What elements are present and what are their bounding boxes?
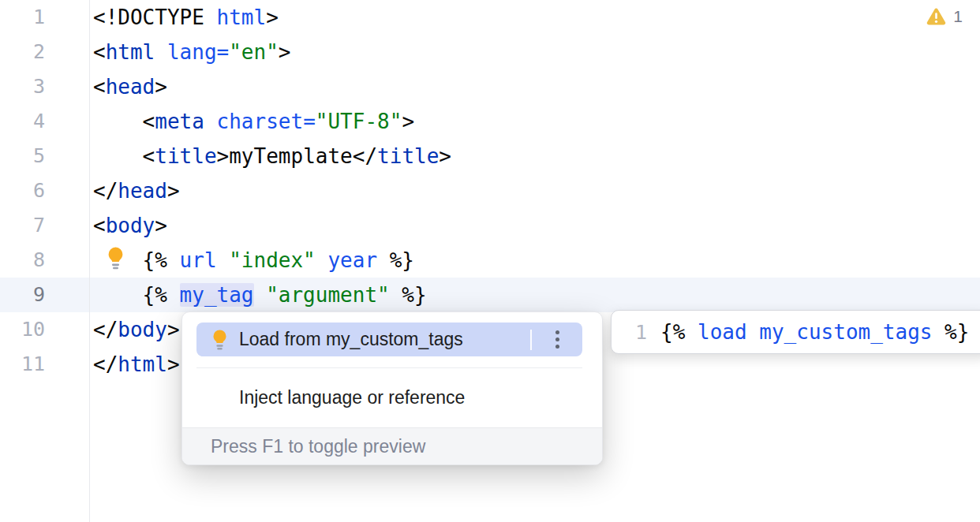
code-segment: load	[698, 320, 747, 344]
more-options-icon[interactable]	[532, 323, 582, 356]
code-line-4[interactable]: 4 <meta charset="UTF-8">	[0, 104, 980, 139]
code-segment: >	[167, 179, 180, 203]
code-segment: </	[93, 318, 118, 341]
line-number: 3	[0, 69, 45, 104]
code-segment: html	[118, 352, 167, 376]
code-segment: "argument"	[266, 283, 390, 307]
warning-count: 1	[953, 7, 963, 26]
code-segment: <	[93, 40, 106, 64]
code-line-9[interactable]: 9 {% my_tag "argument" %}	[0, 278, 980, 312]
code-segment: <!DOCTYPE	[93, 6, 217, 29]
code-segment: title	[377, 144, 439, 168]
line-number: 10	[0, 312, 45, 347]
code-segment: body	[106, 214, 155, 237]
code-segment: </	[93, 179, 118, 203]
code-segment: head	[118, 179, 167, 203]
popup-item-label: Inject language or reference	[239, 387, 465, 408]
code-segment: >	[439, 144, 451, 168]
code-text: <html lang="en">	[93, 35, 291, 69]
code-text: </head>	[93, 173, 180, 208]
code-line-8[interactable]: 8 {% url "index" year %}	[0, 243, 980, 278]
code-segment: >	[167, 352, 180, 376]
line-number: 1	[0, 0, 45, 35]
code-segment: meta	[155, 110, 204, 133]
code-text: {% url "index" year %}	[93, 243, 414, 278]
gutter-separator	[89, 0, 90, 522]
code-segment: body	[118, 318, 167, 341]
footer-hint: Press F1 to toggle preview	[211, 436, 425, 457]
line-number: 11	[0, 347, 45, 382]
line-number: 6	[0, 173, 45, 208]
code-segment: html	[106, 40, 155, 64]
code-segment: my_custom_tags	[759, 320, 932, 344]
inspections-widget[interactable]: 1	[926, 7, 963, 26]
code-segment	[204, 110, 217, 133]
code-segment: >	[217, 144, 230, 168]
line-number: 4	[0, 104, 45, 139]
code-segment: my_tag	[180, 283, 254, 307]
popup-item-inject-language[interactable]: Inject language or reference	[182, 368, 602, 427]
code-segment: "UTF-8"	[316, 110, 402, 133]
code-segment: >	[266, 6, 279, 29]
popup-item-load-from-my-custom-tags[interactable]: Load from my_custom_tags	[196, 323, 582, 356]
code-line-3[interactable]: 3<head>	[0, 69, 980, 104]
code-segment: myTemplate	[229, 144, 353, 168]
popup-item-label: Load from my_custom_tags	[239, 329, 530, 350]
code-segment: </	[93, 352, 118, 376]
code-segment: <	[93, 110, 155, 133]
code-segment: <	[93, 75, 106, 99]
code-segment: {%	[93, 283, 180, 307]
intention-popup: Load from my_custom_tags Inject language…	[181, 311, 603, 465]
line-number: 7	[0, 208, 45, 243]
preview-code: {% load my_custom_tags %}	[660, 320, 969, 344]
code-segment: %}	[377, 248, 414, 272]
code-segment: </	[353, 144, 377, 168]
code-segment: %}	[932, 320, 969, 344]
line-number: 5	[0, 139, 45, 173]
warning-triangle-icon	[926, 8, 946, 25]
line-number: 2	[0, 35, 45, 69]
lightbulb-icon	[211, 329, 228, 351]
code-segment: >	[402, 110, 414, 133]
code-segment: <	[93, 144, 155, 168]
code-text: </html>	[93, 347, 180, 382]
code-segment	[155, 40, 167, 64]
code-segment: lang=	[167, 40, 229, 64]
code-segment	[254, 283, 267, 307]
code-segment: <	[93, 214, 106, 237]
code-text: {% my_tag "argument" %}	[93, 278, 427, 312]
code-line-2[interactable]: 2<html lang="en">	[0, 35, 980, 69]
intention-bulb-icon[interactable]	[107, 246, 125, 270]
code-text: <!DOCTYPE html>	[93, 0, 279, 35]
code-line-6[interactable]: 6</head>	[0, 173, 980, 208]
code-segment: "en"	[229, 40, 279, 64]
code-segment	[217, 248, 230, 272]
code-segment: head	[106, 75, 155, 99]
code-segment: >	[155, 75, 167, 99]
code-text: <meta charset="UTF-8">	[93, 104, 414, 139]
line-number: 9	[0, 278, 45, 312]
line-number: 8	[0, 243, 45, 278]
code-text: <head>	[93, 69, 167, 104]
code-segment: "index"	[229, 248, 316, 272]
intention-preview-panel: 1 {% load my_custom_tags %}	[611, 310, 980, 354]
code-segment	[316, 248, 328, 272]
code-segment: >	[167, 318, 180, 341]
code-line-1[interactable]: 1<!DOCTYPE html>	[0, 0, 980, 35]
code-segment: url	[180, 248, 217, 272]
code-line-7[interactable]: 7<body>	[0, 208, 980, 243]
code-segment: {%	[660, 320, 698, 344]
code-segment	[747, 320, 760, 344]
code-line-5[interactable]: 5 <title>myTemplate</title>	[0, 139, 980, 173]
popup-footer: Press F1 to toggle preview	[182, 427, 602, 465]
code-segment: >	[279, 40, 291, 64]
code-text: <title>myTemplate</title>	[93, 139, 451, 173]
code-segment: html	[217, 6, 267, 29]
code-segment: >	[155, 214, 167, 237]
code-text: </body>	[93, 312, 180, 347]
code-segment: year	[327, 248, 377, 272]
code-segment: %}	[390, 283, 427, 307]
code-text: <body>	[93, 208, 167, 243]
preview-line-number: 1	[635, 321, 647, 344]
code-segment: title	[155, 144, 216, 168]
